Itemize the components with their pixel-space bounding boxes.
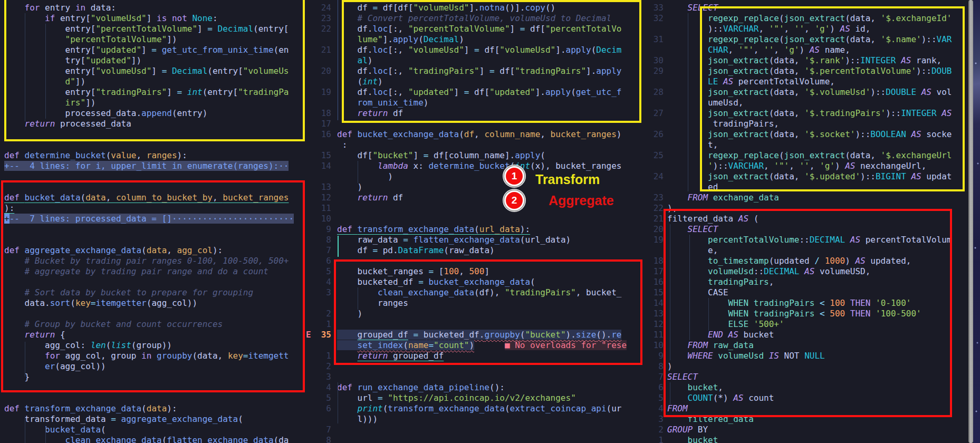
code-line[interactable]: 7 — [305, 425, 648, 435]
code-line[interactable]: 3 — [305, 372, 648, 382]
code-line[interactable]: 29 json_extract(data, '$.percentTotalVol… — [648, 66, 968, 76]
code-line[interactable]: lume"].apply(Decimal) — [305, 34, 648, 45]
code-line[interactable]: 4 bucketed_df = bucket_exchange_data( — [305, 277, 648, 287]
code-line[interactable]: 17 — [305, 119, 648, 129]
code-pane-right[interactable]: 33 SELECT32 regexp_replace(json_extract(… — [648, 0, 968, 443]
scrollbar[interactable] — [968, 0, 973, 443]
code-line[interactable]: 11 END AS bucket — [648, 330, 968, 340]
code-line[interactable]: 20 df.loc[:, "tradingPairs"] = df["tradi… — [305, 66, 648, 76]
code-line[interactable]: 3 clean_exchange_data(df), "tradingPairs… — [305, 287, 648, 298]
code-line[interactable]: # aggregate by trading pair range and do… — [0, 266, 305, 277]
code-line[interactable]: # Sort data by bucket to prepare for gro… — [0, 287, 305, 298]
code-line[interactable]: CHAR, '"', '', 'g') AS name, — [648, 45, 968, 55]
code-line[interactable]: set_index(name="count") ■ No overloads f… — [305, 340, 648, 351]
code-pane-middle[interactable]: 24 df = df[df["volumeUsd"].notna()].copy… — [305, 0, 648, 443]
code-line[interactable]: E35 grouped_df = bucketed_df.groupby("bu… — [305, 330, 648, 340]
code-line[interactable]: 6 — [305, 256, 648, 266]
code-line[interactable]: 18 return df — [305, 108, 648, 119]
code-line[interactable]: 15 df["bucket"] = df[column_name].apply( — [305, 150, 648, 161]
code-line[interactable]: 2 — [305, 361, 648, 372]
code-line[interactable]: 7 df = pd.DataFrame(raw_data) — [305, 245, 648, 256]
code-line[interactable]: 24 df = df[df["volumeUsd"].notna()].copy… — [305, 3, 648, 13]
code-line[interactable]: 2GROUP BY — [648, 425, 968, 435]
code-line[interactable]: 22 df.loc[:, "percentTotalVolume"] = df[… — [305, 24, 648, 34]
code-line[interactable]: 15 CASE — [648, 287, 968, 298]
code-line[interactable]: : — [305, 140, 648, 150]
code-line[interactable] — [0, 393, 305, 403]
code-line[interactable]: l))) — [305, 414, 648, 425]
code-line[interactable]: 5 COUNT(*) AS count — [648, 393, 968, 403]
code-line[interactable]: (int) — [305, 76, 648, 87]
code-line[interactable]: 32 regexp_replace(json_extract(data, '$.… — [648, 13, 968, 24]
code-line[interactable]: if entry["volumeUsd"] is not None: — [0, 13, 305, 24]
code-line[interactable]: )::VARCHAR, '"', '', 'g') AS id, — [648, 24, 968, 34]
code-line[interactable]: 22), — [648, 203, 968, 214]
code-line[interactable]: 4def run_exchange_data_pipeline(): — [305, 382, 648, 393]
code-line[interactable]: tradingPairs, — [648, 119, 968, 129]
code-line[interactable]: 8 — [305, 435, 648, 443]
code-line[interactable] — [0, 140, 305, 150]
code-line[interactable]: for entry in data: — [0, 3, 305, 13]
code-line[interactable]: 20 SELECT — [648, 224, 968, 235]
code-line[interactable]: +-- 4 lines: for i, upper_limit in enume… — [0, 161, 305, 171]
code-line[interactable]: 27 json_extract(data, '$.tradingPairs'):… — [648, 108, 968, 119]
code-line[interactable]: +-- 7 lines: processed_data = []········… — [0, 214, 305, 224]
code-line[interactable]: 33 SELECT — [648, 3, 968, 13]
code-line[interactable]: def determine_bucket(value, ranges): — [0, 150, 305, 161]
code-line[interactable]: agg_col: len(list(group)) — [0, 340, 305, 351]
code-line[interactable]: rom_unix_time) — [305, 98, 648, 108]
code-line[interactable]: t, — [648, 140, 968, 150]
code-line[interactable]: 13 WHEN tradingPairs < 500 THEN '100-500… — [648, 309, 968, 319]
code-line[interactable]: 1 bucket — [648, 435, 968, 443]
code-line[interactable]: 25 regexp_replace(json_extract(data, '$.… — [648, 150, 968, 161]
code-line[interactable]: 23 # Convert percentTotalVolume, volumeU… — [305, 13, 648, 24]
code-line[interactable] — [0, 224, 305, 235]
code-line[interactable]: ): — [0, 203, 305, 214]
code-line[interactable]: 3 filtered_data — [648, 414, 968, 425]
code-line[interactable]: 19 df.loc[:, "updated"] = df["updated"].… — [305, 87, 648, 98]
code-line[interactable] — [0, 277, 305, 287]
code-line[interactable] — [0, 182, 305, 192]
code-line[interactable]: 8 raw_data = flatten_exchange_data(url_d… — [305, 235, 648, 245]
code-line[interactable]: } — [0, 372, 305, 382]
code-line[interactable]: 9def transform_exchange_data(url_data): — [305, 224, 648, 235]
code-line[interactable]: 12 ELSE '500+' — [648, 319, 968, 330]
code-line[interactable]: 31 regexp_replace(json_extract(data, '$.… — [648, 34, 968, 45]
code-line[interactable]: 14 WHEN tradingPairs < 100 THEN '0-100' — [648, 298, 968, 309]
code-line[interactable]: ed — [648, 182, 968, 192]
code-line[interactable]: 10 — [305, 214, 648, 224]
code-line[interactable]: 2 ) — [305, 309, 648, 319]
code-line[interactable] — [0, 382, 305, 393]
code-line[interactable]: 24 json_extract(data, '$.updated')::BIGI… — [648, 171, 968, 182]
code-line[interactable]: 8) — [648, 361, 968, 372]
code-line[interactable]: for agg_col, group in groupby(data, key=… — [0, 351, 305, 361]
code-line[interactable]: 4FROM — [648, 403, 968, 414]
code-line[interactable]: LE AS percentTotalVolume, — [648, 76, 968, 87]
code-line[interactable]: def transform_exchange_data(data): — [0, 403, 305, 414]
code-line[interactable]: 16 tradingPairs, — [648, 277, 968, 287]
code-line[interactable] — [0, 171, 305, 182]
code-line[interactable]: 17 volumeUsd::DECIMAL AS volumeUSD, — [648, 266, 968, 277]
code-line[interactable]: ranges — [305, 298, 648, 309]
code-line[interactable]: 1 — [305, 319, 648, 330]
code-line[interactable] — [0, 309, 305, 319]
code-line[interactable]: 5 bucket_ranges = [100, 500] — [305, 266, 648, 277]
code-line[interactable]: # Bucket by trading pair ranges 0-100, 1… — [0, 256, 305, 266]
code-line[interactable]: er(agg_col)) — [0, 361, 305, 372]
code-line[interactable]: ')::VARCHAR, '"', '', 'g') AS nexchangeU… — [648, 161, 968, 171]
code-line[interactable]: 9 WHERE volumeUsd IS NOT NULL — [648, 351, 968, 361]
code-line[interactable]: e, — [648, 245, 968, 256]
code-line[interactable]: al) — [305, 55, 648, 66]
code-line[interactable]: 28 json_extract(data, '$.volumeUsd')::DO… — [648, 87, 968, 98]
code-line[interactable]: 26 json_extract(data, '$.socket')::BOOLE… — [648, 129, 968, 140]
code-line[interactable]: def aggregate_exchange_data(data, agg_co… — [0, 245, 305, 256]
code-line[interactable] — [0, 235, 305, 245]
code-line[interactable]: return processed_data — [0, 119, 305, 129]
code-line[interactable] — [0, 129, 305, 140]
code-line[interactable]: 6 bucket, — [648, 382, 968, 393]
code-line[interactable]: 5 url = "https://api.coincap.io/v2/excha… — [305, 393, 648, 403]
code-line[interactable]: 30 json_extract(data, '$.rank')::INTEGER… — [648, 55, 968, 66]
code-line[interactable]: 10 FROM raw_data — [648, 340, 968, 351]
code-line[interactable]: 23 FROM exchange_data — [648, 192, 968, 203]
code-line[interactable]: 16def bucket_exchange_data(df, column_na… — [305, 129, 648, 140]
